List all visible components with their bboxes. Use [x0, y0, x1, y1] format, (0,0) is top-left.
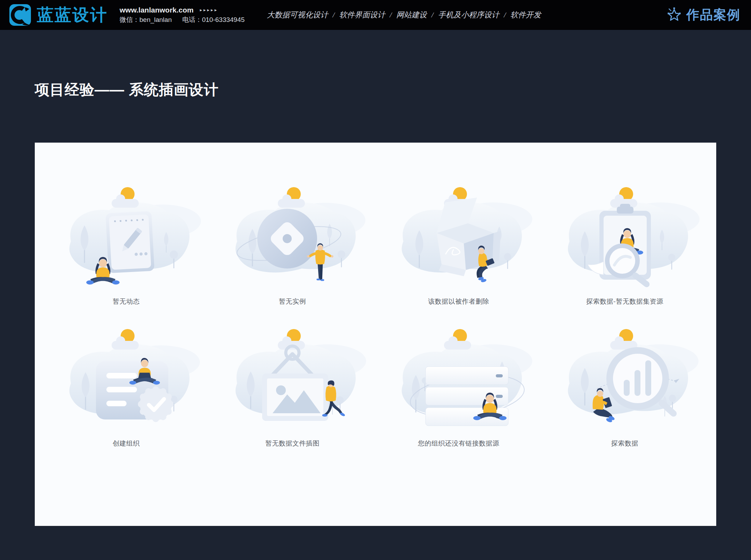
nav-item-website[interactable]: 网站建设 [396, 10, 427, 20]
services-nav: 大数据可视化设计 / 软件界面设计 / 网站建设 / 手机及小程序设计 / 软件… [267, 10, 541, 20]
lanlan-logo-icon [9, 4, 31, 26]
wechat-label: 微信：ben_lanlan [120, 15, 172, 24]
showcase-card: 暂无动态 暂无实例 [35, 143, 716, 526]
picture-frame-illustration [218, 322, 367, 431]
illustration-tile: 您的组织还没有链接数据源 [376, 322, 542, 448]
illustration-tile: 该数据以被作者删除 [376, 180, 542, 306]
list-card-check-illustration [51, 322, 201, 431]
website-url[interactable]: www.lanlanwork.com [120, 6, 194, 14]
pen-star-icon [666, 7, 682, 23]
illustration-grid: 暂无动态 暂无实例 [35, 143, 716, 448]
notepad-pencil-illustration [51, 180, 201, 289]
tile-caption: 探索数据-暂无数据集资源 [586, 297, 663, 306]
tile-caption: 暂无动态 [113, 297, 140, 306]
arrows-decoration: ▸▸▸▸▸ [200, 7, 218, 13]
nav-separator: / [333, 10, 335, 19]
nav-separator: / [504, 10, 506, 19]
empty-open-box-illustration [384, 180, 533, 289]
nav-item-software-ui[interactable]: 软件界面设计 [339, 10, 385, 20]
logo-link[interactable]: 蓝蓝设计 [0, 4, 108, 26]
nav-item-mobile-miniapp[interactable]: 手机及小程序设计 [438, 10, 499, 20]
phone-label: 电话：010-63334945 [182, 15, 245, 24]
logo-text: 蓝蓝设计 [37, 7, 108, 23]
clipboard-magnifier-illustration [550, 180, 700, 289]
tile-caption: 暂无数据文件插图 [265, 439, 320, 448]
tile-caption: 暂无实例 [279, 297, 306, 306]
tile-caption: 创建组织 [113, 439, 140, 448]
nav-separator: / [431, 10, 434, 19]
illustration-tile: 暂无实例 [209, 180, 376, 306]
tile-caption: 探索数据 [611, 439, 638, 448]
header-bar: 蓝蓝设计 www.lanlanwork.com ▸▸▸▸▸ 微信：ben_lan… [0, 0, 751, 30]
compass-disc-illustration [218, 180, 367, 289]
nav-item-software-dev[interactable]: 软件开发 [510, 10, 541, 20]
illustration-tile: 创建组织 [43, 322, 209, 448]
illustration-tile: 探索数据 [542, 322, 708, 448]
illustration-tile: 暂无数据文件插图 [209, 322, 376, 448]
tile-caption: 该数据以被作者删除 [428, 297, 489, 306]
nav-item-bigdata[interactable]: 大数据可视化设计 [267, 10, 328, 20]
page-title: 项目经验—— 系统插画设计 [35, 80, 219, 99]
chart-magnifier-illustration [550, 322, 700, 431]
contact-block: www.lanlanwork.com ▸▸▸▸▸ 微信：ben_lanlan 电… [120, 6, 245, 24]
server-stack-illustration [384, 322, 533, 431]
illustration-tile: 暂无动态 [43, 180, 209, 306]
tile-caption: 您的组织还没有链接数据源 [418, 439, 499, 448]
works-label: 作品案例 [686, 6, 741, 24]
works-link[interactable]: 作品案例 [666, 6, 751, 24]
nav-separator: / [390, 10, 392, 19]
illustration-tile: 探索数据-暂无数据集资源 [542, 180, 708, 306]
